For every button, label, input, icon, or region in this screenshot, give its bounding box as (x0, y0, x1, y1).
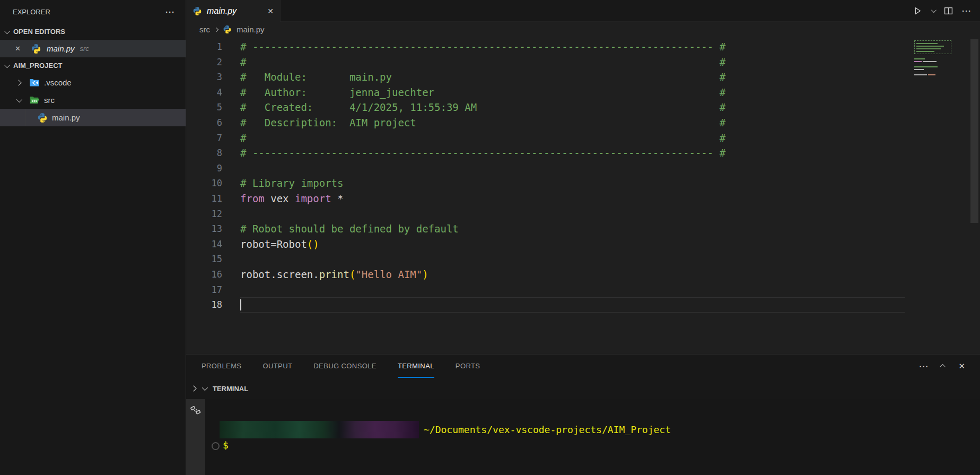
code-line-11[interactable]: 11from vex import * (186, 191, 980, 206)
code-line-12[interactable]: 12 (186, 206, 980, 222)
vex-device-icon[interactable] (190, 404, 202, 475)
line-content: from vex import * (222, 191, 344, 206)
run-python-file-button[interactable] (913, 6, 922, 15)
line-number: 12 (186, 206, 222, 222)
line-number: 10 (186, 176, 222, 191)
panel-tab-debug-console[interactable]: DEBUG CONSOLE (313, 355, 377, 378)
open-editors-section-header[interactable]: OPEN EDITORS (0, 23, 186, 40)
terminal-section-label[interactable]: TERMINAL (213, 385, 248, 393)
explorer-more-actions-icon[interactable]: ··· (165, 7, 175, 16)
panel-more-actions-icon[interactable]: ··· (919, 362, 929, 371)
line-number: 4 (186, 85, 222, 100)
code-line-1[interactable]: 1# -------------------------------------… (186, 39, 980, 55)
tree-item-src-folder[interactable]: src (0, 91, 186, 109)
code-line-8[interactable]: 8# -------------------------------------… (186, 145, 980, 161)
line-content (222, 297, 241, 313)
line-number: 3 (186, 70, 222, 85)
line-number: 9 (186, 161, 222, 176)
line-number: 16 (186, 267, 222, 282)
split-editor-icon[interactable] (944, 6, 953, 15)
python-file-icon (192, 6, 202, 16)
panel-tab-terminal[interactable]: TERMINAL (398, 355, 434, 378)
line-content: # # (222, 131, 725, 146)
tab-label: main.py (207, 6, 237, 16)
panel-tabs: PROBLEMSOUTPUTDEBUG CONSOLETERMINALPORTS (186, 355, 980, 378)
line-number: 11 (186, 191, 222, 206)
close-panel-icon[interactable]: ✕ (958, 361, 965, 371)
line-content: # Description: AIM project # (222, 115, 725, 131)
code-line-7[interactable]: 7# # (186, 131, 980, 146)
tab-main-py[interactable]: main.py ✕ (186, 0, 281, 22)
open-editor-folder-hint: src (80, 45, 89, 53)
code-line-17[interactable]: 17 (186, 282, 980, 298)
minimap-comment-block (914, 40, 951, 54)
code-line-3[interactable]: 3# Module: main.py # (186, 70, 980, 85)
line-content: # --------------------------------------… (222, 39, 725, 55)
line-content (222, 282, 240, 298)
terminal-content[interactable]: ~/Documents/vex-vscode-projects/AIM_Proj… (205, 399, 980, 475)
terminal[interactable]: ~/Documents/vex-vscode-projects/AIM_Proj… (186, 399, 980, 475)
line-number: 13 (186, 221, 222, 237)
project-name-label: AIM_PROJECT (13, 62, 62, 70)
maximize-panel-icon[interactable] (941, 364, 946, 368)
chevron-down-icon (4, 62, 10, 67)
breadcrumb-file[interactable]: main.py (237, 25, 265, 34)
code-line-18[interactable]: 18 (186, 297, 980, 313)
code-editor[interactable]: 1# -------------------------------------… (186, 37, 980, 354)
code-line-6[interactable]: 6# Description: AIM project # (186, 115, 980, 131)
python-file-icon (31, 44, 41, 54)
breadcrumb: src main.py (186, 22, 980, 37)
code-line-10[interactable]: 10# Library imports (186, 176, 980, 191)
tree-item-vscode-folder[interactable]: .vscode (0, 74, 186, 91)
line-content: # Created: 4/1/2025, 11:55:39 AM # (222, 100, 725, 115)
explorer-sidebar: EXPLORER ··· OPEN EDITORS ✕ main.py src … (0, 0, 186, 475)
code-lines: 1# -------------------------------------… (186, 39, 980, 313)
tree-item-label: main.py (52, 113, 80, 122)
open-editor-filename: main.py (47, 44, 75, 53)
chevron-down-icon[interactable] (202, 385, 208, 391)
line-number: 6 (186, 115, 222, 131)
line-number: 5 (186, 100, 222, 115)
project-section-header[interactable]: AIM_PROJECT (0, 57, 186, 74)
chevron-down-icon (16, 96, 22, 102)
terminal-cwd-path: ~/Documents/vex-vscode-projects/AIM_Proj… (424, 421, 671, 438)
line-content: # Library imports (222, 176, 343, 191)
panel-tab-output[interactable]: OUTPUT (262, 355, 292, 378)
line-number: 18 (186, 297, 222, 313)
code-line-9[interactable]: 9 (186, 161, 980, 176)
tab-close-icon[interactable]: ✕ (267, 7, 274, 15)
tree-item-main-py[interactable]: main.py (0, 109, 186, 126)
chevron-right-icon[interactable] (190, 385, 196, 391)
breadcrumb-separator-icon (214, 27, 218, 31)
panel-tab-ports[interactable]: PORTS (456, 355, 480, 378)
line-number: 8 (186, 145, 222, 161)
breadcrumb-folder[interactable]: src (199, 25, 210, 34)
editor-more-actions-icon[interactable]: ··· (962, 6, 972, 15)
code-line-5[interactable]: 5# Created: 4/1/2025, 11:55:39 AM # (186, 100, 980, 115)
code-line-15[interactable]: 15 (186, 252, 980, 267)
close-editor-icon[interactable]: ✕ (15, 45, 23, 53)
tree-indent-guide (25, 109, 25, 126)
code-line-4[interactable]: 4# Author: jenna_juechter # (186, 85, 980, 100)
run-dropdown-chevron-icon[interactable] (931, 9, 935, 13)
explorer-title: EXPLORER (13, 8, 50, 16)
minimap[interactable] (912, 37, 955, 111)
code-line-16[interactable]: 16robot.screen.print("Hello AIM") (186, 267, 980, 282)
code-line-14[interactable]: 14robot=Robot() (186, 237, 980, 252)
python-file-icon (37, 113, 48, 123)
open-editor-item-main-py[interactable]: ✕ main.py src (0, 40, 186, 57)
line-number: 17 (186, 282, 222, 298)
line-content: # --------------------------------------… (222, 145, 725, 161)
terminal-prompt-banner (220, 421, 419, 438)
panel-tab-problems[interactable]: PROBLEMS (202, 355, 241, 378)
code-line-2[interactable]: 2# # (186, 55, 980, 70)
src-folder-icon (29, 95, 40, 106)
editor-scrollbar[interactable] (970, 39, 978, 223)
python-file-icon (223, 25, 232, 34)
code-line-13[interactable]: 13# Robot should be defined by default (186, 221, 980, 237)
line-content (222, 206, 240, 222)
command-decoration-circle-icon[interactable] (212, 442, 220, 450)
vscode-window: EXPLORER ··· OPEN EDITORS ✕ main.py src … (0, 0, 980, 475)
line-number: 14 (186, 237, 222, 252)
line-content (222, 161, 240, 176)
